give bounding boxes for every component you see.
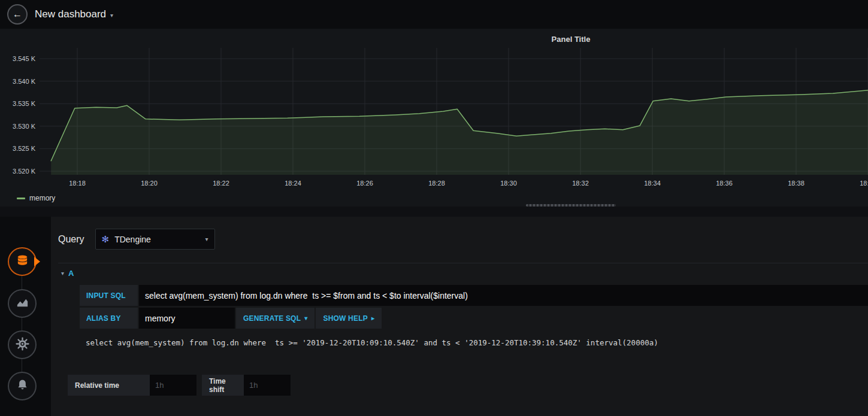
time-options-section: Relative time Time shift — [68, 375, 868, 396]
side-tab-general[interactable] — [8, 330, 37, 359]
bell-icon — [16, 378, 29, 394]
svg-text:3.525 K: 3.525 K — [13, 145, 36, 152]
svg-text:18:20: 18:20 — [141, 180, 158, 187]
chevron-down-icon: ▾ — [61, 270, 64, 277]
time-shift-group: Time shift — [202, 375, 291, 396]
database-icon — [16, 254, 29, 270]
input-sql-field[interactable] — [139, 285, 868, 306]
chart-svg[interactable]: 3.520 K3.525 K3.530 K3.535 K3.540 K3.545… — [0, 48, 868, 192]
alias-by-label: ALIAS BY — [80, 308, 138, 329]
show-help-label: SHOW HELP — [323, 314, 367, 323]
edit-sidenav — [0, 217, 51, 416]
alias-by-row: ALIAS BY GENERATE SQL ▾ SHOW HELP ▸ — [80, 308, 868, 329]
top-bar: ← New dashboard ▾ — [0, 0, 868, 29]
svg-text:18:30: 18:30 — [500, 180, 517, 187]
bar-chart-icon — [16, 296, 29, 312]
svg-text:3.545 K: 3.545 K — [13, 55, 36, 62]
legend: memory — [17, 194, 55, 202]
svg-text:18:26: 18:26 — [356, 180, 373, 187]
svg-text:18:28: 18:28 — [428, 180, 445, 187]
show-help-button[interactable]: SHOW HELP ▸ — [316, 308, 382, 329]
back-button[interactable]: ← — [7, 4, 28, 25]
dashboard-title-button[interactable]: New dashboard ▾ — [35, 8, 113, 20]
relative-time-field[interactable] — [150, 375, 196, 396]
svg-text:18:40: 18:40 — [860, 180, 868, 187]
svg-text:18:38: 18:38 — [788, 180, 805, 187]
datasource-picker[interactable]: ✻ TDengine ▾ — [95, 229, 215, 250]
svg-text:18:34: 18:34 — [644, 180, 661, 187]
legend-series-memory[interactable]: memory — [29, 194, 55, 202]
graph-panel: Panel Title 3.520 K3.525 K3.530 K3.535 K… — [0, 29, 868, 207]
query-editor: Query ✻ TDengine ▾ ▾ A INPUT SQL ALIAS B… — [51, 217, 868, 416]
query-row-toggle[interactable]: ▾ A — [58, 263, 868, 283]
svg-text:18:32: 18:32 — [572, 180, 589, 187]
query-editor-header: Query ✻ TDengine ▾ — [58, 229, 868, 250]
legend-series-color-icon — [17, 198, 25, 199]
time-shift-field[interactable] — [244, 375, 291, 396]
chevron-down-icon: ▾ — [304, 315, 307, 321]
gear-icon — [16, 337, 29, 353]
datasource-name: TDengine — [114, 235, 151, 244]
svg-text:3.530 K: 3.530 K — [13, 123, 36, 130]
svg-text:3.520 K: 3.520 K — [13, 168, 36, 175]
time-shift-label: Time shift — [202, 375, 244, 396]
query-rows: INPUT SQL ALIAS BY GENERATE SQL ▾ SHOW H… — [80, 285, 868, 347]
side-tab-visualization[interactable] — [8, 289, 37, 318]
relative-time-label: Relative time — [68, 375, 150, 396]
query-letter: A — [68, 269, 74, 278]
alias-by-field[interactable] — [139, 308, 235, 329]
generate-sql-label: GENERATE SQL — [243, 314, 301, 323]
input-sql-row: INPUT SQL — [80, 285, 868, 306]
chevron-right-icon: ▸ — [371, 315, 374, 321]
panel-title[interactable]: Panel Title — [552, 35, 591, 44]
svg-text:18:36: 18:36 — [716, 180, 733, 187]
side-tab-alert[interactable] — [8, 372, 37, 400]
relative-time-group: Relative time — [68, 375, 196, 396]
input-sql-label: INPUT SQL — [80, 285, 138, 306]
svg-text:18:22: 18:22 — [213, 180, 229, 187]
generated-sql-text: select avg(mem_system) from log.dn where… — [86, 338, 868, 347]
svg-text:3.540 K: 3.540 K — [13, 78, 36, 85]
chevron-down-icon: ▾ — [110, 10, 113, 19]
side-tab-queries[interactable] — [8, 247, 37, 276]
svg-text:3.535 K: 3.535 K — [13, 100, 36, 107]
generate-sql-button[interactable]: GENERATE SQL ▾ — [236, 308, 314, 329]
tdengine-logo-icon: ✻ — [102, 234, 110, 245]
svg-text:18:18: 18:18 — [69, 180, 86, 187]
svg-text:18:24: 18:24 — [285, 180, 301, 187]
panel-scroll-handle[interactable] — [526, 204, 616, 207]
dashboard-title: New dashboard — [35, 8, 106, 20]
chevron-down-icon: ▾ — [205, 236, 208, 242]
query-section-label: Query — [58, 234, 84, 245]
back-arrow-icon: ← — [13, 9, 22, 20]
